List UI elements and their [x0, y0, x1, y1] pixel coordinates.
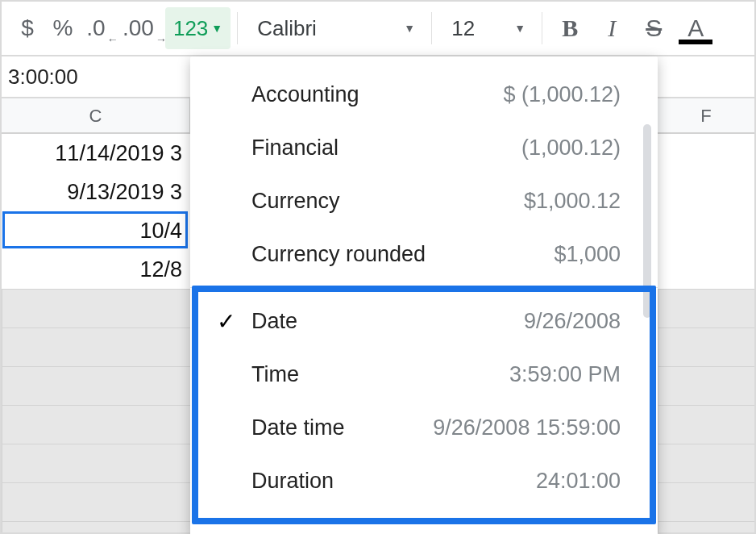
format-option-time[interactable]: Time 3:59:00 PM: [190, 348, 658, 401]
bold-icon: B: [562, 15, 578, 42]
text-color-icon: A: [687, 15, 704, 42]
format-option-label: Currency rounded: [251, 242, 426, 267]
dollar-icon: $: [21, 15, 34, 41]
italic-button[interactable]: I: [591, 7, 633, 49]
caret-down-icon: ▼: [211, 22, 222, 35]
format-option-label: Time: [251, 362, 299, 387]
decrease-decimal-icon: .0←: [86, 15, 116, 41]
cell[interactable]: [658, 173, 754, 211]
cell[interactable]: [658, 250, 754, 289]
cell[interactable]: [658, 134, 754, 173]
font-size-dropdown[interactable]: 12 ▼: [438, 7, 535, 49]
format-option-label: Duration: [251, 469, 334, 494]
format-option-label: Currency: [251, 189, 340, 214]
caret-down-icon: ▼: [404, 22, 415, 35]
bold-button[interactable]: B: [549, 7, 591, 49]
menu-scrollbar[interactable]: [643, 124, 651, 318]
percent-icon: %: [53, 15, 73, 41]
format-option-label: Accounting: [251, 82, 359, 107]
cell[interactable]: [658, 211, 754, 250]
format-option-label: Date: [251, 309, 297, 334]
strikethrough-button[interactable]: S: [633, 7, 675, 49]
column-header-c[interactable]: C: [2, 98, 190, 134]
format-option-example: (1,000.12): [521, 136, 621, 161]
format-option-example: $ (1,000.12): [503, 82, 621, 107]
increase-decimal-button[interactable]: .00→: [123, 7, 165, 49]
format-option-duration[interactable]: Duration 24:01:00: [190, 454, 658, 507]
toolbar-separator: [237, 12, 238, 44]
text-color-button[interactable]: A: [675, 7, 717, 49]
format-percent-button[interactable]: %: [45, 7, 81, 49]
font-family-dropdown[interactable]: Calibri ▼: [244, 7, 425, 49]
number-format-menu: Accounting $ (1,000.12) Financial (1,000…: [190, 56, 658, 534]
format-option-example: 3:59:00 PM: [509, 362, 621, 387]
format-option-example: $1,000.12: [524, 189, 621, 214]
format-option-example: $1,000: [554, 242, 621, 267]
text-color-underline: [679, 40, 712, 44]
font-family-value: Calibri: [257, 16, 317, 41]
font-size-value: 12: [451, 16, 475, 41]
strikethrough-icon: S: [646, 15, 662, 42]
format-currency-button[interactable]: $: [10, 7, 45, 49]
toolbar: $ % .0← .00→ 123 ▼ Calibri ▼ 12 ▼ B I S …: [2, 2, 754, 56]
more-formats-label: 123: [173, 16, 208, 41]
format-option-datetime[interactable]: Date time 9/26/2008 15:59:00: [190, 401, 658, 454]
cell[interactable]: 12/8: [2, 250, 190, 289]
format-option-currency[interactable]: Currency $1,000.12: [190, 174, 658, 227]
format-option-example: 9/26/2008: [524, 309, 621, 334]
more-formats-button[interactable]: 123 ▼: [165, 7, 231, 49]
check-icon: ✓: [213, 308, 239, 335]
format-option-currency-rounded[interactable]: Currency rounded $1,000: [190, 227, 658, 281]
app-window: $ % .0← .00→ 123 ▼ Calibri ▼ 12 ▼ B I S …: [0, 0, 756, 534]
italic-icon: I: [608, 15, 616, 42]
format-option-label: Date time: [251, 415, 345, 440]
column-header-f[interactable]: F: [658, 98, 754, 134]
decrease-decimal-button[interactable]: .0←: [81, 7, 123, 49]
cell-selection: [2, 211, 188, 248]
format-option-date[interactable]: ✓ Date 9/26/2008: [190, 294, 658, 348]
cell[interactable]: 9/13/2019 3: [2, 173, 190, 211]
cell[interactable]: 11/14/2019 3: [2, 134, 190, 173]
format-option-accounting[interactable]: Accounting $ (1,000.12): [190, 68, 658, 121]
toolbar-separator: [431, 12, 432, 44]
caret-down-icon: ▼: [514, 22, 525, 35]
format-option-financial[interactable]: Financial (1,000.12): [190, 121, 658, 174]
menu-divider: [190, 287, 658, 288]
format-option-example: 24:01:00: [536, 469, 621, 494]
format-option-example: 9/26/2008 15:59:00: [433, 415, 621, 440]
format-option-label: Financial: [251, 136, 339, 161]
toolbar-separator: [542, 12, 542, 44]
formula-bar-value: 3:00:00: [8, 65, 78, 90]
increase-decimal-icon: .00→: [123, 15, 165, 41]
